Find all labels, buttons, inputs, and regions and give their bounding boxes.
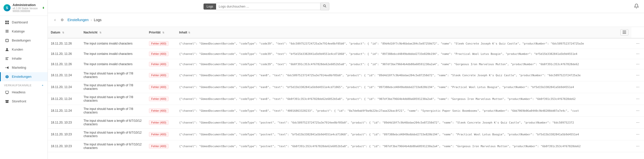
sort-icon-nachricht: ⇅	[99, 31, 101, 34]
cell-actions: ···	[631, 140, 644, 152]
app-title: Administration	[13, 3, 41, 7]
sidebar-item-storefront[interactable]: Storefront	[0, 97, 48, 106]
svg-point-6	[324, 5, 326, 7]
sidebar-item-kataloge[interactable]: Kataloge	[0, 27, 48, 36]
search-button[interactable]	[320, 3, 329, 10]
row-menu-button[interactable]: ···	[635, 84, 641, 90]
cell-nachricht: The input should have a length of 7/8 ch…	[80, 81, 146, 93]
column-header-prioritaet[interactable]: Priorität ⇅	[146, 27, 176, 38]
cell-inhalt: {"channel": "GbmedDocumentBarcode", "cod…	[176, 69, 631, 81]
svg-rect-8	[623, 31, 626, 31]
column-header-nachricht[interactable]: Nachricht ⇅	[80, 27, 146, 38]
svg-rect-5	[6, 91, 9, 93]
app-info: Administration v6.3.99 Stable Version 99…	[13, 3, 41, 13]
table-row: 18.11.20, 11:24The input should have a l…	[48, 105, 644, 117]
table-row: 18.11.20, 10:23The input should have a l…	[48, 117, 644, 129]
row-menu-button[interactable]: ···	[635, 51, 641, 57]
sidebar-item-headless[interactable]: Headless	[0, 88, 48, 97]
topbar: Logs	[48, 0, 644, 13]
sidebar: S Administration v6.3.99 Stable Version …	[0, 0, 48, 159]
sidebar-section-title: Verkaufskanäle +	[0, 81, 48, 88]
cell-nachricht: The input should have a length of 7/8 ch…	[80, 69, 146, 81]
status-badge: Fehler (400)	[149, 73, 169, 77]
sidebar-item-einstellungen[interactable]: Einstellungen	[0, 72, 48, 81]
breadcrumb-parent: Einstellungen	[67, 18, 89, 22]
row-menu-button[interactable]: ···	[635, 96, 641, 102]
logs-table: Datum ⇅ Nachricht ⇅ Priorität ⇅ Inhalt	[48, 27, 644, 152]
cell-inhalt: {"channel": "GbmedDocumentBarcode", "cod…	[176, 129, 631, 140]
cell-nachricht: The input should have a length of 6/7/10…	[80, 129, 146, 140]
row-menu-button[interactable]: ···	[635, 143, 641, 149]
sidebar-item-label: Marketing	[12, 66, 26, 69]
cell-prioritaet: Fehler (400)	[146, 105, 176, 117]
cell-datum: 18.11.20, 11:24	[48, 69, 80, 81]
table-row: 18.11.20, 11:24The input should have a l…	[48, 69, 644, 81]
cell-datum: 18.11.20, 11:26	[48, 38, 80, 49]
cell-actions: ···	[631, 81, 644, 93]
cell-actions: ···	[631, 105, 644, 117]
cell-prioritaet: Fehler (400)	[146, 38, 176, 49]
sidebar-item-dashboard[interactable]: Dashboard	[0, 18, 48, 27]
row-menu-button[interactable]: ···	[635, 41, 641, 46]
column-header-inhalt[interactable]: Inhalt ⇅	[176, 27, 631, 38]
status-badge: Fehler (400)	[149, 144, 169, 148]
row-menu-button[interactable]: ···	[635, 108, 641, 113]
storefront-icon	[5, 99, 9, 104]
table-row: 18.11.20, 11:24The input should have a l…	[48, 93, 644, 105]
sidebar-item-label: Storefront	[12, 99, 26, 103]
svg-rect-3	[7, 23, 9, 24]
sidebar-item-label: Kunden	[12, 48, 23, 51]
cell-inhalt: {"channel": "GbmedDocumentBarcode", "cod…	[176, 49, 631, 59]
cell-actions: ···	[631, 49, 644, 59]
cell-prioritaet: Fehler (400)	[146, 129, 176, 140]
breadcrumb: ‹ ⚙ Einstellungen › Logs	[48, 13, 644, 27]
cell-inhalt: {"channel": "GbmedDocumentBarcode", "cod…	[176, 117, 631, 129]
svg-point-4	[6, 48, 8, 50]
column-settings-button[interactable]	[620, 29, 628, 35]
table-row: 18.11.20, 11:26The input contains invali…	[48, 59, 644, 69]
row-menu-button[interactable]: ···	[635, 61, 641, 67]
sidebar-header: S Administration v6.3.99 Stable Version …	[0, 0, 48, 16]
sidebar-item-label: Einstellungen	[12, 75, 31, 78]
search-input[interactable]	[216, 3, 320, 10]
cell-prioritaet: Fehler (400)	[146, 117, 176, 129]
app-logo-icon: S	[4, 4, 11, 11]
table-row: 18.11.20, 11:26The input contains invali…	[48, 38, 644, 49]
logs-table-wrapper: Datum ⇅ Nachricht ⇅ Priorität ⇅ Inhalt	[48, 27, 644, 159]
catalog-icon	[5, 29, 9, 34]
cell-prioritaet: Fehler (400)	[146, 140, 176, 152]
cell-datum: 18.11.20, 11:24	[48, 93, 80, 105]
settings-nav-button[interactable]: ⚙	[59, 17, 65, 23]
sidebar-item-kunden[interactable]: Kunden	[0, 45, 48, 54]
sidebar-item-bestellungen[interactable]: Bestellungen	[0, 36, 48, 45]
content-icon	[5, 56, 9, 61]
row-menu-button[interactable]: ···	[635, 72, 641, 78]
row-menu-button[interactable]: ···	[635, 132, 641, 137]
add-channel-button[interactable]: +	[42, 84, 44, 87]
sidebar-item-marketing[interactable]: Marketing	[0, 63, 48, 72]
cell-nachricht: The input should have a length of 7/8 ch…	[80, 105, 146, 117]
status-dot	[43, 7, 44, 9]
cell-inhalt: {"channel": "GbmedDocumentBarcode", "cod…	[176, 140, 631, 152]
notifications-button[interactable]	[634, 4, 639, 9]
cell-actions: ···	[631, 129, 644, 140]
column-header-datum[interactable]: Datum ⇅	[48, 27, 80, 38]
status-badge: Fehler (400)	[149, 97, 169, 101]
cell-nachricht: The input should have a length of 6/7/10…	[80, 117, 146, 129]
cell-actions: ···	[631, 59, 644, 69]
status-badge: Fehler (400)	[149, 62, 169, 66]
sort-icon-prioritaet: ⇅	[162, 31, 164, 34]
cell-datum: 18.11.20, 11:26	[48, 59, 80, 69]
cell-nachricht: The input contains invalid characters	[80, 38, 146, 49]
cell-datum: 18.11.20, 10:23	[48, 140, 80, 152]
cell-inhalt: {"channel": "GbmedDocumentBarcode", "cod…	[176, 93, 631, 105]
cell-actions: ···	[631, 117, 644, 129]
cell-datum: 18.11.20, 11:26	[48, 49, 80, 59]
cell-nachricht: The input contains invalid characters	[80, 49, 146, 59]
sidebar-item-label: Bestellungen	[12, 38, 31, 42]
sidebar-item-inhalte[interactable]: Inhalte	[0, 54, 48, 63]
svg-rect-0	[5, 21, 7, 22]
back-button[interactable]: ‹	[53, 17, 57, 23]
row-menu-button[interactable]: ···	[635, 120, 641, 125]
settings-icon	[5, 74, 9, 79]
